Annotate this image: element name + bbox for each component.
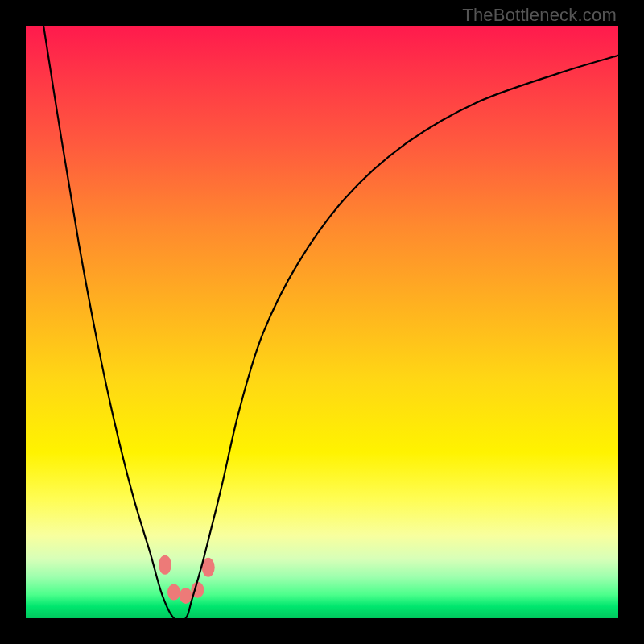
curve-marker-0 xyxy=(159,555,171,575)
bottleneck-curve xyxy=(43,26,618,618)
chart-frame: TheBottleneck.com xyxy=(0,0,644,644)
curve-marker-2 xyxy=(180,588,192,604)
chart-svg xyxy=(26,26,618,618)
plot-area xyxy=(26,26,618,618)
curve-marker-1 xyxy=(167,584,180,601)
marker-group xyxy=(159,555,215,604)
watermark-text: TheBottleneck.com xyxy=(462,5,617,26)
